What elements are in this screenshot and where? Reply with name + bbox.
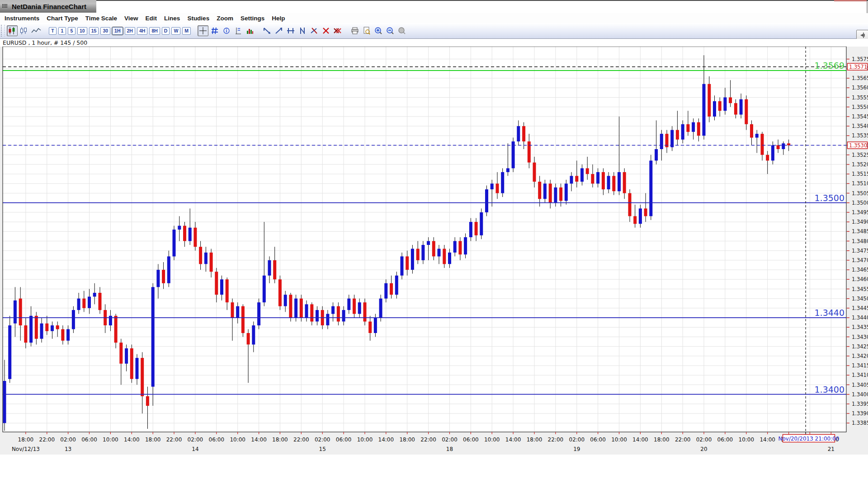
- x-axis-label: 18:00: [654, 436, 670, 443]
- delete-line-button[interactable]: [321, 25, 331, 36]
- candle: [289, 293, 292, 322]
- horizontal-line-button[interactable]: [285, 25, 296, 36]
- y-axis-label: 1.3445: [852, 305, 868, 311]
- trendline-down-button[interactable]: [262, 25, 273, 36]
- y-axis-label: 1.3465: [852, 267, 868, 273]
- y-axis-label: 1.3405: [852, 382, 868, 388]
- y-axis-label: 1.3525: [852, 152, 868, 158]
- x-axis-label: 06:00: [81, 436, 97, 443]
- x-axis-label: 10:00: [484, 436, 500, 443]
- x-axis-label: 14:00: [251, 436, 267, 443]
- x-axis-date-label: 20: [700, 446, 707, 452]
- x-axis-label: 06:00: [336, 436, 352, 443]
- delete-line-icon: [322, 27, 330, 34]
- x-axis-label: 14:00: [632, 436, 648, 443]
- zoom-in-button[interactable]: [373, 25, 384, 36]
- x-axis-label: 02:00: [188, 436, 203, 443]
- erase-line-button[interactable]: [309, 25, 320, 36]
- y-axis-label: 1.3545: [852, 113, 868, 120]
- menu-edit[interactable]: Edit: [142, 15, 161, 22]
- crosshair-time-box: Nov/20/2013 21:00:00: [778, 435, 839, 442]
- menu-instruments[interactable]: Instruments: [1, 15, 43, 22]
- print-button[interactable]: [349, 25, 360, 36]
- x-axis-label: 14:00: [124, 436, 140, 443]
- delete-all-lines-button[interactable]: [332, 25, 343, 36]
- y-axis-label: 1.3420: [852, 353, 868, 359]
- y-axis-label: 1.3505: [852, 190, 868, 197]
- y-axis-label: 1.3410: [852, 372, 868, 378]
- x-axis-label: 10:00: [611, 436, 627, 443]
- last-price-box: 1.3530: [848, 142, 868, 149]
- instrument-label: EURUSD , 1 hour, # 145 / 500: [3, 39, 87, 46]
- timeframe-button-m[interactable]: M: [182, 27, 191, 35]
- vertical-line-button[interactable]: [297, 25, 308, 36]
- x-axis-label: 02:00: [442, 436, 458, 443]
- info-button[interactable]: [221, 25, 232, 36]
- timeframe-button-15[interactable]: 15: [89, 27, 99, 35]
- crosshair-button[interactable]: [198, 25, 208, 36]
- x-axis-label: 14:00: [505, 436, 521, 443]
- x-axis-label: 06:00: [463, 436, 479, 443]
- menu-time-scale[interactable]: Time Scale: [82, 15, 121, 22]
- timeframe-button-30[interactable]: 30: [100, 27, 110, 35]
- timeframe-button-t[interactable]: T: [49, 27, 57, 35]
- timeframe-button-5[interactable]: 5: [68, 27, 75, 35]
- menu-studies[interactable]: Studies: [184, 15, 213, 22]
- chart-header-row: EURUSD , 1 hour, # 145 / 500: [0, 39, 868, 47]
- candlestick-chart-icon: [8, 27, 17, 35]
- menu-settings[interactable]: Settings: [237, 15, 268, 22]
- x-axis-label: 10:00: [103, 436, 118, 443]
- info-icon: [223, 28, 230, 34]
- y-axis-label: 1.3485: [852, 228, 868, 235]
- candle: [363, 299, 367, 325]
- zoom-reset-button[interactable]: [396, 25, 407, 36]
- grid-button[interactable]: [209, 25, 220, 36]
- y-axis-label: 1.3395: [852, 401, 868, 407]
- chart-canvas[interactable]: 1.35691.35001.34401.34001.35751.35701.35…: [0, 0, 868, 488]
- x-axis-label: 18:00: [145, 436, 161, 443]
- zoom-out-button[interactable]: [385, 25, 396, 36]
- y-axis-label: 1.3440: [852, 314, 868, 321]
- title-bar[interactable]: NetDania FinanceChart: [0, 0, 96, 13]
- y-axis-label: 1.3400: [852, 391, 868, 398]
- candle: [395, 272, 398, 298]
- x-axis-label: 14:00: [760, 436, 775, 443]
- timeframe-button-1h[interactable]: 1H: [112, 27, 123, 35]
- timeframe-button-4h[interactable]: 4H: [137, 27, 147, 35]
- y-axis-label: 1.3455: [852, 286, 868, 292]
- trendline-down-icon: [263, 27, 271, 34]
- line-chart-button[interactable]: [30, 25, 42, 36]
- candlestick-chart-button[interactable]: [7, 25, 18, 36]
- menu-chart-type[interactable]: Chart Type: [43, 15, 82, 22]
- ohlc-chart-button[interactable]: [19, 25, 29, 36]
- price-chart[interactable]: 1.35691.35001.34401.34001.35751.35701.35…: [0, 0, 868, 488]
- menu-help[interactable]: Help: [268, 15, 288, 22]
- x-axis-date-label: 13: [65, 446, 71, 452]
- print-preview-button[interactable]: [361, 25, 372, 36]
- x-axis-label: 18:00: [272, 436, 288, 443]
- timeframe-button-d[interactable]: D: [162, 27, 170, 35]
- x-axis-label: 06:00: [209, 436, 225, 443]
- timeframe-button-2h[interactable]: 2H: [125, 27, 135, 35]
- toolbar-grip[interactable]: [1, 25, 5, 37]
- x-axis-date-label: 19: [573, 446, 580, 452]
- candle: [411, 245, 414, 274]
- x-axis-label: 02:00: [315, 436, 330, 443]
- volume-button[interactable]: [245, 25, 255, 36]
- timeframe-button-10[interactable]: 10: [77, 27, 87, 35]
- price-label-button[interactable]: [233, 25, 244, 36]
- x-axis-label: 18:00: [399, 436, 415, 443]
- timeframe-button-8h[interactable]: 8H: [149, 27, 160, 35]
- timeframe-button-1[interactable]: 1: [58, 27, 66, 35]
- x-axis-date-label: 18: [446, 446, 453, 452]
- y-axis-label: 1.3500: [852, 200, 868, 206]
- y-axis-label: 1.3515: [852, 171, 868, 177]
- trendline-up-button[interactable]: [274, 25, 284, 36]
- timeframe-button-w[interactable]: W: [171, 27, 180, 35]
- menu-lines[interactable]: Lines: [160, 15, 184, 22]
- close-button-sliver[interactable]: [834, 0, 867, 1]
- menu-zoom[interactable]: Zoom: [213, 15, 237, 22]
- menu-view[interactable]: View: [121, 15, 142, 22]
- y-axis-label: 1.3470: [852, 257, 868, 263]
- crosshair-icon: [199, 27, 207, 35]
